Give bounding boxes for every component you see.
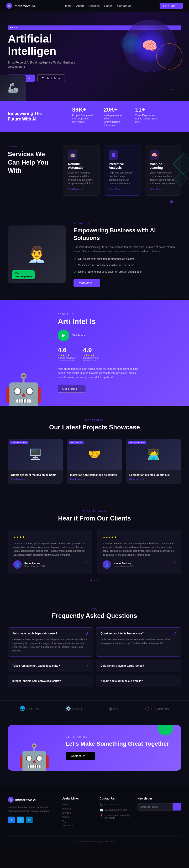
dot-1[interactable]	[94, 580, 95, 581]
footer-link-1[interactable]: About Us	[62, 807, 93, 810]
service-card-1: ||| Predictive Analysis Fugit vide conse…	[104, 145, 140, 195]
clutch-stars: ★★★★★	[83, 354, 99, 357]
testimonial-text-1: Totat tum dolorum, quis erat possit quid…	[103, 542, 176, 557]
faq-item-1[interactable]: Quaet sed architecta beatae vitae? ∧ Ut …	[96, 627, 181, 657]
twitter-button[interactable]: t	[17, 816, 24, 824]
portfolio-read-0[interactable]: Read More →	[11, 478, 60, 480]
nav-about[interactable]: About	[76, 4, 84, 7]
arrow-icon: →	[93, 281, 96, 284]
author-name-0: Penn Ramos	[24, 562, 44, 565]
testimonials-grid: ★★★★ Totat tum dolorum, quis erat possit…	[8, 530, 181, 575]
check-icon-0: ✓	[73, 257, 76, 262]
faq-item-0[interactable]: Antis unde omnis istps natus error? ∧ Ne…	[8, 627, 93, 657]
footer-logo: 🤖 Immersive AI.	[8, 797, 55, 803]
portfolio-title-0: Officia deserunt mollitia animi nobis	[11, 473, 60, 476]
cta-contact-button[interactable]: Contact Us →	[66, 752, 95, 760]
testimonials-header: TESTIMONIALS Hear it From Our Clients	[8, 510, 181, 522]
brands-section: 🌐 netsite ⚙️ Craft ◈ Divi ⬡ Elementor	[0, 700, 189, 717]
footer-link-0[interactable]: Home	[62, 803, 93, 806]
stat-label-2: Years Experience Donec natoque ipsum dol…	[135, 114, 159, 124]
stat-number-1: 20K+	[104, 106, 127, 113]
brand-0: 🌐 netsite	[20, 706, 39, 712]
faq-item-5[interactable]: Nullam solliciduim na aut officiis? ›	[96, 675, 181, 687]
facebook-button[interactable]: f	[8, 816, 15, 824]
business-desc: Consectetur adipiscing elit sed do eiusm…	[73, 245, 181, 253]
portfolio-card-2: 👩‍💻 TECHNOLOGY Exercitation ullamco labo…	[126, 439, 181, 484]
business-read-more-button[interactable]: Read More →	[73, 279, 100, 287]
footer-bottom: © 2024 Immersive AI. All Rights Reserved…	[8, 836, 181, 842]
hero-subtitle: Bring Force of Artificial Intelligence T…	[8, 60, 82, 69]
nav-home[interactable]: Home	[64, 4, 71, 7]
newsletter-email-input[interactable]	[137, 803, 173, 810]
get-started-button[interactable]: Get Started →	[58, 385, 86, 393]
hero-section: BEST Artificial Intelligen Bring Force o…	[0, 12, 189, 101]
hero-visual: 🧠	[110, 17, 184, 91]
portfolio-cat-1: ARTIFICIAL	[69, 441, 84, 444]
hero-contact-button[interactable]: Contact Us →	[37, 74, 65, 82]
business-title: Empowering Business with AI Solutions	[73, 227, 181, 242]
stat-item-2: 11+ Years Experience Donec natoque ipsum…	[135, 106, 159, 127]
play-button[interactable]: ▶	[58, 330, 69, 341]
linkedin-button[interactable]: in	[26, 816, 33, 824]
brand-1: ⚙️ Craft	[65, 706, 83, 712]
faq-section: FAQ Frequently Asked Questions Antis und…	[0, 594, 189, 700]
portfolio-read-2[interactable]: Read More →	[129, 478, 178, 480]
stat-label-1: Next-generation Tech Sint voluptatem dol…	[104, 114, 127, 127]
newsletter-form: →	[137, 803, 181, 810]
faq-item-2[interactable]: Totam rem aperiam, eaque ipsa culto? ›	[8, 660, 93, 672]
service-read-more-2[interactable]: Read More →	[150, 188, 176, 191]
service-read-more-0[interactable]: Read More →	[68, 188, 94, 191]
service-read-more-1[interactable]: Read More →	[109, 188, 135, 191]
video-label: Watch Video	[72, 334, 87, 337]
footer-link-3[interactable]: Portfolio	[62, 816, 93, 818]
faq-toggle-4: ›	[87, 679, 89, 683]
faq-question-5: Nullam solliciduim na aut officiis? ›	[100, 679, 177, 683]
arrow-icon: →	[83, 478, 85, 480]
cta-arrow-icon: →	[176, 4, 179, 7]
footer-link-4[interactable]: Blog	[62, 820, 93, 823]
portfolio-cat-2: TECHNOLOGY	[128, 441, 146, 444]
service-card-0: 🤖 Robotic Automation Quam nihil molestia…	[63, 145, 99, 195]
service-icon-0: 🤖	[68, 150, 77, 160]
stats-bar-title: Empowering The Future With AI.	[8, 111, 50, 122]
dot-0[interactable]	[91, 580, 92, 581]
testimonial-stars-0: ★★★★	[13, 535, 86, 539]
testimonials-label: TESTIMONIALS	[8, 510, 181, 513]
footer-link-5[interactable]: Contact Us	[62, 824, 93, 827]
stat-label-0: Project Completed Sint voluptatem dolore…	[72, 114, 96, 124]
faq-label: FAQ	[8, 607, 181, 610]
newsletter-submit-button[interactable]: →	[173, 803, 181, 810]
footer-link-2[interactable]: Services	[62, 812, 93, 814]
service-title-2: Machine Learning	[150, 162, 176, 169]
arrow-icon: →	[78, 387, 82, 390]
footer-grid: 🤖 Immersive AI. Lorem ipsum dolor sit am…	[8, 797, 181, 828]
footer-contact-2: 📍 123 AI Street, Tech City, TC 12345	[99, 814, 131, 819]
services-label: SERVICES	[8, 145, 55, 148]
check-icon-1: ✓	[73, 264, 76, 268]
phone-icon: 📞	[99, 803, 103, 807]
faq-item-4[interactable]: Integer lobortis sem convalscal sauct? ›	[8, 675, 93, 687]
cta-box: 🤖 GET STARTED Let's Make Something Great…	[8, 725, 181, 771]
nav-cta-button[interactable]: Let's Talk →	[160, 3, 183, 9]
ai-content: ABOUT US Arti Intel Is ▶ Watch Video 4.6…	[58, 313, 181, 393]
nav-pages[interactable]: Pages	[104, 4, 112, 7]
nav-contact[interactable]: Contact Us	[117, 4, 131, 7]
stars-decoration: ✦ ✦ ✦	[172, 305, 179, 307]
footer-desc: Lorem ipsum dolor sit amet consectetur. …	[8, 805, 55, 813]
faq-title: Frequently Asked Questions	[8, 612, 181, 619]
ai-label: ABOUT US	[58, 313, 181, 315]
footer-brand-col: 🤖 Immersive AI. Lorem ipsum dolor sit am…	[8, 797, 55, 828]
portfolio-label: PORTFOLIO	[8, 419, 181, 422]
clutch-label: Clutch Reviews	[83, 357, 99, 359]
dot-2[interactable]	[97, 580, 98, 581]
service-icon-1: |||	[109, 150, 118, 160]
stats-items: 39K+ Project Completed Sint voluptatem d…	[50, 106, 181, 127]
stat-number-2: 11+	[135, 106, 159, 113]
portfolio-read-1[interactable]: Read More →	[70, 478, 119, 480]
stat-number-0: 39K+	[72, 106, 96, 113]
nav-services[interactable]: Services	[89, 4, 99, 7]
faq-item-3[interactable]: Duis lacinia pulvinar turpis luctus? ›	[96, 660, 181, 672]
arrow-icon: →	[122, 188, 124, 191]
services-title: Services We Can Help You With	[8, 150, 55, 175]
logo[interactable]: 🤖 Immersive AI.	[6, 3, 36, 9]
